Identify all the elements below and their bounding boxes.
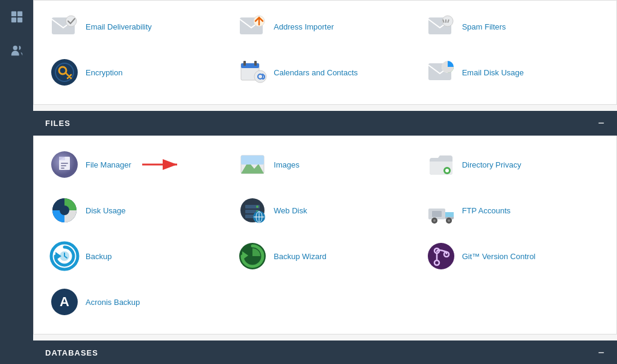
files-icon-grid: File Manager [46,145,604,322]
svg-rect-1 [17,11,22,16]
file-manager-label: File Manager [86,160,131,169]
email-deliverability-icon [49,11,80,42]
databases-section-header: DATABASES − [33,340,617,364]
git-version-control-item[interactable]: Git™ Version Control [422,236,604,276]
spam-filters-label: Spam Filters [462,22,506,31]
grid-icon[interactable] [6,6,28,28]
web-disk-label: Web Disk [274,206,307,215]
main-content: Email Deliverability Address Importer [33,0,617,364]
acronis-backup-icon: A [49,287,80,317]
sidebar [0,0,33,364]
svg-rect-54 [445,212,454,217]
encryption-icon [49,57,80,87]
svg-rect-3 [17,17,22,22]
git-version-control-icon [426,241,456,271]
svg-point-56 [433,219,436,222]
address-importer-label: Address Importer [274,22,334,31]
svg-rect-28 [61,163,68,164]
svg-rect-0 [11,11,16,16]
email-deliverability-label: Email Deliverability [86,22,152,31]
images-item[interactable]: Images [234,145,416,184]
ftp-accounts-item[interactable]: FTP Accounts [422,190,604,230]
files-section-header: FILES − [33,111,617,136]
email-icon-grid: Email Deliverability Address Importer [46,7,604,92]
web-disk-item[interactable]: Web Disk [234,190,416,230]
file-manager-item[interactable]: File Manager [46,145,228,184]
databases-section: DATABASES − [33,340,617,364]
images-label: Images [274,160,299,169]
calendars-contacts-icon [237,57,268,87]
directory-privacy-icon [426,149,456,180]
svg-point-6 [66,16,77,27]
images-icon [237,149,268,180]
red-arrow-indicator [142,157,184,172]
directory-privacy-label: Directory Privacy [462,160,521,169]
backup-item[interactable]: Backup [46,236,228,276]
svg-point-45 [256,206,258,208]
disk-usage-label: Disk Usage [86,206,125,215]
databases-section-title: DATABASES [45,348,98,357]
svg-rect-2 [11,17,16,22]
email-disk-usage-icon [426,57,456,87]
disk-usage-icon [49,195,80,225]
svg-rect-30 [61,168,64,169]
ftp-accounts-icon [426,195,456,225]
backup-label: Backup [86,252,111,261]
svg-rect-20 [254,61,257,66]
files-section-title: FILES [45,119,70,128]
web-disk-icon [237,195,268,225]
files-section: FILES − [33,111,617,334]
svg-rect-36 [241,155,264,165]
spam-filters-item[interactable]: Spam Filters [422,7,604,46]
calendars-contacts-item[interactable]: Calendars and Contacts [234,52,416,92]
file-manager-icon [49,149,80,180]
databases-collapse-button[interactable]: − [598,347,605,359]
acronis-backup-label: Acronis Backup [86,298,140,307]
calendars-contacts-label: Calendars and Contacts [274,68,357,77]
backup-icon [49,241,80,271]
email-disk-usage-item[interactable]: Email Disk Usage [422,52,604,92]
encryption-item[interactable]: Encryption [46,52,228,92]
acronis-backup-item[interactable]: A Acronis Backup [46,282,228,322]
backup-wizard-label: Backup Wizard [274,252,326,261]
svg-point-38 [445,169,449,172]
email-deliverability-item[interactable]: Email Deliverability [46,7,228,46]
svg-point-40 [60,206,69,215]
ftp-accounts-label: FTP Accounts [462,206,511,215]
svg-point-65 [428,243,454,269]
svg-text:A: A [60,294,69,309]
users-icon[interactable] [6,40,28,61]
files-section-body: File Manager [33,136,617,334]
email-section: Email Deliverability Address Importer [33,0,617,105]
git-version-control-label: Git™ Version Control [462,252,536,261]
email-disk-usage-label: Email Disk Usage [462,68,524,77]
address-importer-item[interactable]: Address Importer [234,7,416,46]
svg-point-4 [13,46,17,50]
svg-rect-29 [61,165,66,166]
svg-rect-19 [243,61,246,66]
files-collapse-button[interactable]: − [598,117,605,130]
directory-privacy-item[interactable]: Directory Privacy [422,145,604,184]
svg-rect-11 [445,19,446,23]
backup-wizard-item[interactable]: Backup Wizard [234,236,416,276]
address-importer-icon [237,11,268,42]
svg-rect-59 [432,211,442,217]
disk-usage-item[interactable]: Disk Usage [46,190,228,230]
backup-wizard-icon [237,241,268,271]
spam-filters-icon [426,11,456,42]
svg-point-58 [448,219,450,222]
encryption-label: Encryption [86,68,122,77]
